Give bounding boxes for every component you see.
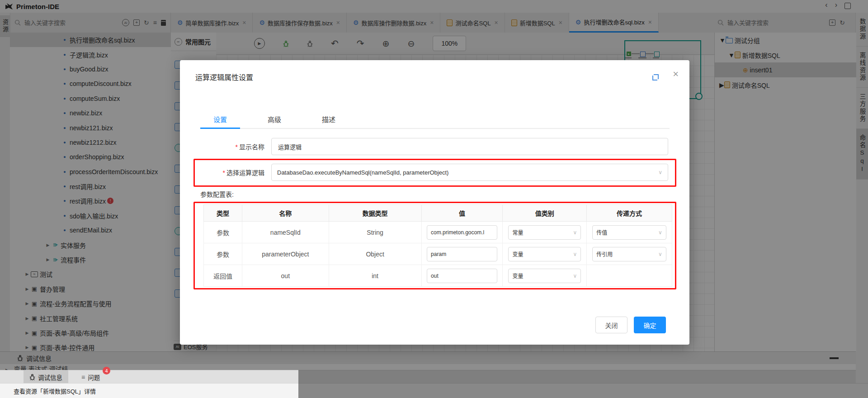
display-name-input[interactable] <box>277 143 662 151</box>
param-table-caption: 参数配置表: <box>200 190 234 199</box>
close-icon[interactable]: × <box>673 68 679 80</box>
dialog-tab[interactable]: 描述 <box>309 111 349 127</box>
tab-track <box>200 128 670 129</box>
tab-debug-info[interactable]: 调试信息 <box>24 370 68 384</box>
status-bar: 查看资源「新增数据SQL」详情 <box>0 383 298 398</box>
fullscreen-icon[interactable] <box>652 74 659 81</box>
problems-count-badge: 4 <box>103 367 110 374</box>
field-label: *显示名称 <box>180 142 264 151</box>
tab-problems[interactable]: ≡ 问题 4 <box>75 370 106 384</box>
dialog-tab[interactable]: 高级 <box>255 111 294 127</box>
primeton-ide-app: Primeton-IDE ‹ › AI+↻≡ ⚙简单数据库操作.bizx×⚙数据… <box>0 0 868 398</box>
close-button[interactable]: 关闭 <box>595 317 627 333</box>
active-tab-indicator <box>200 128 240 129</box>
annotation-box-param-table <box>193 202 676 289</box>
field-display-name: *显示名称 <box>180 138 668 155</box>
tab-label: 调试信息 <box>38 373 62 382</box>
tab-label: 问题 <box>88 373 100 382</box>
bug-icon <box>29 374 35 380</box>
required-star: * <box>236 143 238 151</box>
bottom-tabrow: 调试信息 ≡ 问题 4 <box>0 370 298 384</box>
annotation-box-logic-row <box>193 159 676 187</box>
dialog-tabs: 设置高级描述 <box>200 111 363 127</box>
list-icon: ≡ <box>81 374 85 381</box>
confirm-button[interactable]: 确定 <box>634 317 666 333</box>
dialog-title: 运算逻辑属性设置 <box>195 71 253 82</box>
status-text: 查看资源「新增数据SQL」详情 <box>14 387 96 395</box>
dialog-tab[interactable]: 设置 <box>200 111 240 127</box>
display-name-box <box>271 138 668 155</box>
